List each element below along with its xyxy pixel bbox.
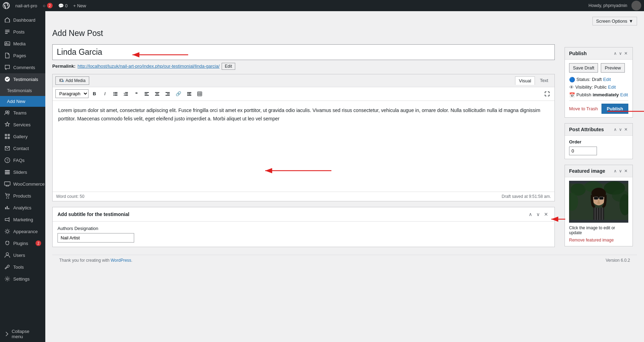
italic-button[interactable]: I [100,89,109,98]
sidebar-item-analytics[interactable]: Analytics [0,202,45,214]
align-right-button[interactable] [163,89,172,98]
sidebar-item-gallery[interactable]: Gallery [0,131,45,142]
media-icon [4,40,10,47]
sidebar-label-gallery: Gallery [13,134,28,139]
publish-button[interactable]: Publish [601,104,628,114]
ordered-list-button[interactable]: 1. [121,89,130,98]
sidebar-item-media[interactable]: Media [0,38,45,50]
move-to-trash-link[interactable]: Move to Trash [569,106,598,111]
sidebar-item-sliders[interactable]: Sliders [0,166,45,178]
new-item[interactable]: + New [73,3,86,8]
sidebar-item-pages[interactable]: Pages [0,50,45,61]
post-attr-close[interactable]: ✕ [623,126,628,133]
visual-tab[interactable]: Visual [515,76,535,85]
meta-box-collapse-up[interactable]: ∧ [527,211,534,218]
sidebar-item-appearance[interactable]: Appearance [0,225,45,237]
sidebar-label-dashboard: Dashboard [13,17,36,23]
svg-rect-10 [5,170,10,171]
meta-box-body: Authors Designation [53,222,554,247]
visibility-edit-link[interactable]: Edit [608,84,616,90]
collapse-menu[interactable]: Collapse menu [0,326,45,342]
sidebar-item-tools[interactable]: Tools [0,261,45,273]
featured-image-body: Click the image to edit or update Remove… [565,177,632,246]
post-attributes-header: Post Attributes ∧ ∨ ✕ [565,124,632,136]
save-draft-button[interactable]: Save Draft [569,63,598,73]
permalink-link[interactable]: http://localhost/luzuk/nail-art-pro/inde… [77,64,220,69]
unordered-list-button[interactable] [111,89,120,98]
post-title-input[interactable] [52,44,555,60]
sidebar-item-contact[interactable]: Contact [0,142,45,154]
sidebar-item-testimonials[interactable]: Testimonials [0,73,45,85]
svg-rect-34 [145,95,149,96]
featured-img-down[interactable]: ∨ [618,168,623,174]
svg-point-71 [597,202,600,204]
featured-img-up[interactable]: ∧ [613,168,618,174]
site-name-item[interactable]: nail-art-pro [15,3,37,8]
woocommerce-icon [4,181,10,187]
more-button[interactable] [185,89,194,98]
sidebar-item-teams[interactable]: Teams [0,107,45,119]
sidebar-label-plugins: Plugins [13,241,28,246]
screen-options-button[interactable]: Screen Options ▼ [592,17,637,25]
sidebar-item-products[interactable]: Products [0,190,45,202]
add-media-button[interactable]: Add Media [55,76,89,85]
permalink-edit-button[interactable]: Edit [222,63,235,70]
link-button[interactable]: 🔗 [174,89,183,98]
sidebar-item-comments[interactable]: Comments [0,61,45,73]
post-attr-down[interactable]: ∨ [618,126,623,133]
wordpress-link[interactable]: WordPress [110,258,131,263]
permalink-row: Permalink: http://localhost/luzuk/nail-a… [52,63,555,70]
meta-box-close[interactable]: ✕ [543,211,550,218]
svg-rect-33 [145,94,147,94]
wp-footer: Thank you for creating with WordPress. V… [52,255,637,266]
site-name: nail-art-pro [15,3,37,8]
publish-box-close[interactable]: ✕ [623,50,628,57]
featured-image-caption[interactable]: Click the image to edit or update [569,225,628,235]
sidebar-item-woocommerce[interactable]: WooCommerce [0,178,45,190]
status-edit-link[interactable]: Edit [603,77,611,82]
sidebar-item-users[interactable]: Users [0,249,45,261]
editor-content[interactable]: Lorem ipsum dolor sit amet, consectetur … [53,101,554,192]
sidebar-item-plugins[interactable]: Plugins 2 [0,237,45,249]
publish-time-edit-link[interactable]: Edit [620,92,628,97]
featured-img-close[interactable]: ✕ [623,168,628,174]
text-tab[interactable]: Text [536,76,552,85]
sidebar-item-add-new[interactable]: Add New [0,96,45,107]
plugins-icon [4,240,10,246]
publish-box-down[interactable]: ∨ [618,50,623,57]
meta-box-collapse-down[interactable]: ∨ [535,211,541,218]
sidebar-wrapper: Dashboard Posts Media Pages Comments [0,14,45,342]
sidebar-item-dashboard[interactable]: Dashboard [0,14,45,26]
sidebar-item-services[interactable]: Services [0,119,45,131]
align-center-button[interactable] [153,89,162,98]
blockquote-button[interactable]: ❝ [132,89,141,98]
editor-footer: Word count: 50 Draft saved at 9:51:58 am… [53,192,554,201]
sidebar-label-analytics: Analytics [13,205,31,210]
svg-text:?: ? [6,158,8,163]
table-button[interactable] [195,89,204,98]
sidebar-item-testimonials-sub[interactable]: Testimonials [0,85,45,96]
updates-item[interactable]: ○ 2 [43,3,53,8]
bold-button[interactable]: B [90,89,99,98]
order-input[interactable] [569,147,597,155]
remove-featured-image-link[interactable]: Remove featured image [569,238,614,243]
publish-box-up[interactable]: ∧ [613,50,618,57]
sidebar-item-marketing[interactable]: Marketing [0,214,45,225]
post-attr-up[interactable]: ∧ [613,126,618,133]
svg-rect-39 [167,94,170,94]
publish-box-title: Publish [569,51,587,56]
authors-designation-input[interactable] [58,233,134,243]
comments-item[interactable]: 💬 0 [58,3,68,8]
featured-image-thumbnail[interactable] [569,181,628,223]
sidebar-item-posts[interactable]: Posts [0,26,45,38]
status-row: 🔵 Status: Draft Edit [569,77,628,82]
expand-editor-button[interactable] [543,89,552,98]
sidebar-item-settings[interactable]: Settings [0,273,45,285]
preview-button[interactable]: Preview [601,63,624,73]
align-left-button[interactable] [142,89,151,98]
format-select[interactable]: Paragraph [55,89,89,98]
calendar-icon: 📅 [569,92,575,98]
word-count-label: Word count: 50 [56,194,84,199]
sidebar-item-faqs[interactable]: ? FAQs [0,154,45,166]
wp-logo-item[interactable] [3,2,10,9]
